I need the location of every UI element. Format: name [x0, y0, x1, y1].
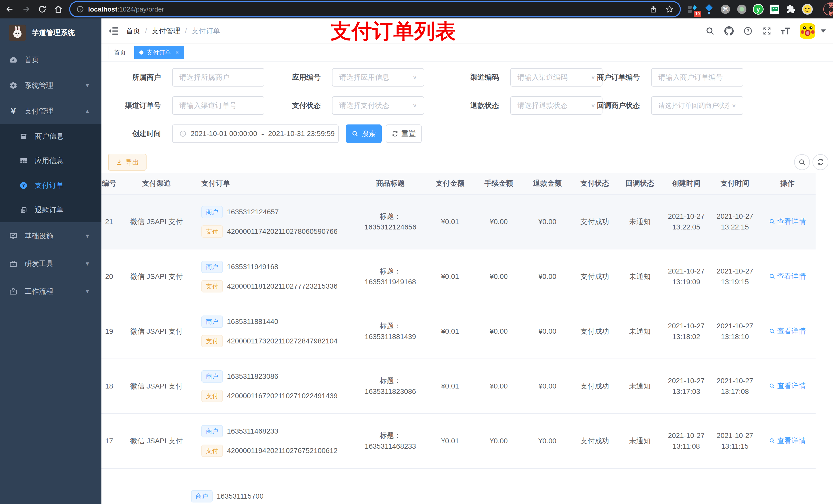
merchant-input[interactable]	[179, 73, 257, 81]
extension-command-icon[interactable]: ⌘	[720, 4, 731, 15]
col-paid: 支付时间	[711, 178, 759, 189]
cell-refund: ¥0.00	[523, 216, 572, 227]
sidebar-item-app-info[interactable]: 应用信息	[0, 148, 101, 173]
col-status: 支付状态	[572, 178, 618, 189]
extension-y-icon[interactable]: y	[753, 4, 764, 15]
back-icon[interactable]	[5, 5, 14, 14]
date-range-input[interactable]: 2021-10-01 00:00:00 - 2021-10-31 23:59:5…	[172, 124, 339, 143]
tag-home[interactable]: 首页	[109, 46, 131, 59]
col-title: 商品标题	[355, 178, 426, 189]
filter-label: 所属商户	[121, 72, 172, 82]
extension-puzzle-icon[interactable]	[785, 4, 796, 15]
cell-amount: ¥0.01	[426, 216, 474, 227]
cell-amount: ¥0.01	[426, 271, 474, 282]
view-detail-link[interactable]: 查看详情	[769, 271, 806, 282]
view-detail-link[interactable]: 查看详情	[769, 435, 806, 446]
home-icon[interactable]	[54, 5, 63, 14]
fullscreen-icon[interactable]	[762, 26, 772, 36]
breadcrumb-pay[interactable]: 支付管理	[152, 26, 180, 36]
filter-refund-status: 退款状态 ∨	[459, 96, 602, 115]
extension-kite-icon[interactable]	[704, 4, 715, 15]
logo-rabbit-icon	[9, 25, 26, 41]
close-tag-icon[interactable]: ×	[175, 49, 179, 56]
reset-button[interactable]: 重置	[386, 124, 422, 143]
yen-circle-icon: ¥	[20, 181, 28, 190]
sidebar-item-pay-order[interactable]: ¥ 支付订单	[0, 173, 101, 198]
cell-fee: ¥0.00	[474, 436, 523, 447]
table-row[interactable]: 18 微信 JSAPI 支付 商户1635311823086 支付4200001…	[101, 359, 815, 414]
table-row[interactable]: 19 微信 JSAPI 支付 商户1635311881440 支付4200001…	[101, 304, 815, 359]
extension-chat-icon[interactable]	[769, 4, 780, 15]
app-select[interactable]	[339, 73, 409, 81]
pay-order-no: 4200001173202110272847982104	[227, 336, 338, 346]
clock-icon	[179, 130, 187, 137]
sidebar-item-devtools[interactable]: 研发工具 ▼	[0, 250, 101, 278]
table-row[interactable]: 17 微信 JSAPI 支付 商户1635311468233 支付4200001…	[101, 414, 815, 469]
sidebar-item-infra[interactable]: 基础设施 ▼	[0, 222, 101, 250]
cell-refund: ¥0.00	[523, 271, 572, 282]
bookmark-star-icon[interactable]	[665, 5, 674, 13]
sidebar-item-label: 商户信息	[35, 131, 64, 141]
reload-icon[interactable]	[38, 5, 47, 14]
extension-devtools-icon[interactable]: 10	[687, 4, 698, 15]
sidebar-item-home[interactable]: 首页	[0, 47, 101, 73]
cell-notify: 未通知	[618, 216, 662, 227]
cell-refund: ¥0.00	[523, 326, 572, 337]
url-host: localhost	[88, 5, 117, 13]
site-info-icon[interactable]	[76, 5, 84, 13]
channel-code-select[interactable]	[518, 73, 588, 81]
table-row-partial[interactable]: 商户163531115700	[191, 490, 264, 502]
filter-pay-status: 支付状态 ∨	[281, 96, 424, 115]
yen-icon: ¥	[9, 107, 18, 115]
cell-id: 21	[101, 216, 127, 227]
merchant-order-no-input[interactable]	[658, 73, 736, 81]
breadcrumb-home[interactable]: 首页	[126, 26, 140, 36]
document-copy-icon	[20, 206, 28, 214]
font-size-icon[interactable]	[781, 26, 791, 36]
forward-icon[interactable]	[22, 5, 31, 14]
sidebar-item-system[interactable]: 系统管理 ▼	[0, 73, 101, 98]
avatar-caret-icon[interactable]	[821, 29, 826, 32]
cell-status: 支付成功	[572, 436, 618, 447]
filter-notify-status: 回调商户状态 ∨	[595, 96, 743, 115]
view-detail-link[interactable]: 查看详情	[769, 326, 806, 337]
pay-status-select[interactable]	[339, 101, 409, 110]
sidebar-item-pay[interactable]: ¥ 支付管理 ▲	[0, 98, 101, 124]
search-icon[interactable]	[705, 26, 715, 36]
sidebar-item-refund-order[interactable]: 退款订单	[0, 198, 101, 222]
table-row[interactable]: 20 微信 JSAPI 支付 商户1635311949168 支付4200001…	[101, 249, 815, 304]
refresh-button[interactable]	[812, 154, 828, 170]
date-start[interactable]: 2021-10-01 00:00:00	[191, 129, 257, 138]
extension-gray-circle-icon[interactable]	[736, 4, 747, 15]
sidebar-item-merchant-info[interactable]: 商户信息	[0, 124, 101, 148]
github-icon[interactable]	[724, 26, 734, 36]
share-icon[interactable]	[649, 5, 657, 13]
chevron-up-icon: ▲	[85, 108, 90, 115]
table-row[interactable]: 21 微信 JSAPI 支付 商户1635312124657 支付4200001…	[101, 195, 815, 249]
view-detail-link[interactable]: 查看详情	[769, 381, 806, 391]
merchant-order-no: 163531115700	[217, 492, 264, 500]
filter-label: 创建时间	[121, 129, 172, 139]
select-arrow-icon: ∨	[412, 103, 417, 108]
hamburger-icon[interactable]	[109, 26, 119, 36]
sidebar-submenu-pay: 商户信息 应用信息 ¥ 支付订单 退款订单	[0, 124, 101, 222]
col-notify: 回调状态	[618, 178, 662, 189]
view-detail-link[interactable]: 查看详情	[769, 216, 806, 227]
sidebar-item-workflow[interactable]: 工作流程 ▼	[0, 278, 101, 305]
export-button[interactable]: 导出	[108, 154, 146, 171]
url-bar[interactable]: localhost:1024/pay/order	[70, 2, 680, 16]
date-end[interactable]: 2021-10-31 23:59:59	[268, 129, 335, 138]
sidebar-logo[interactable]: 芋道管理系统	[0, 19, 101, 47]
cell-notify: 未通知	[618, 271, 662, 282]
refund-status-select[interactable]	[518, 101, 588, 110]
search-button[interactable]: 搜索	[346, 124, 382, 143]
channel-order-no-input[interactable]	[179, 101, 257, 110]
update-button[interactable]: 更新⋮	[823, 3, 833, 15]
notify-status-select[interactable]	[658, 102, 729, 110]
avatar[interactable]	[800, 23, 815, 39]
help-icon[interactable]	[743, 26, 753, 36]
extension-badge: 10	[694, 11, 701, 17]
toggle-search-button[interactable]	[794, 154, 810, 170]
tag-pay-order[interactable]: 支付订单 ×	[134, 46, 184, 59]
extension-emoji-icon[interactable]	[802, 4, 813, 15]
